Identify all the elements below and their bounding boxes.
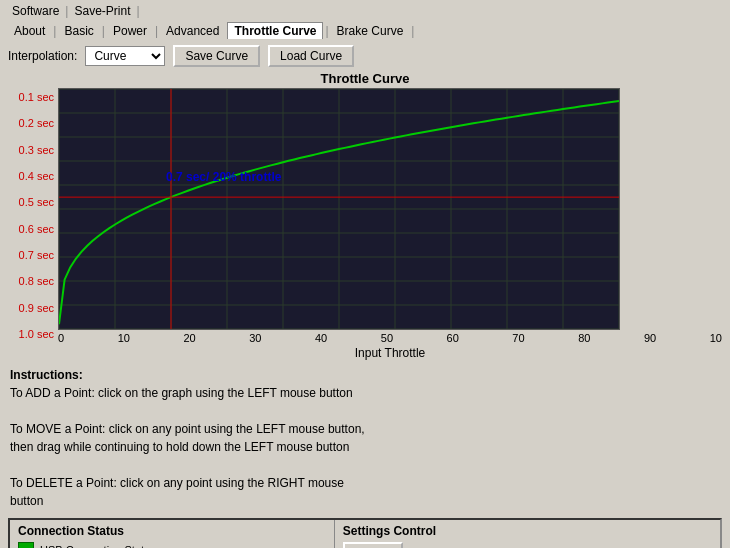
update-button[interactable]: Update [343,542,403,548]
connection-status-title: Connection Status [18,524,326,538]
y-label-5: 0.6 sec [8,224,58,235]
x-label-50: 50 [381,332,393,344]
x-label-10: 10 [118,332,130,344]
tab-about[interactable]: About [8,23,51,39]
x-label-90: 90 [644,332,656,344]
x-label-30: 30 [249,332,261,344]
chart-area: 1.0 sec 0.9 sec 0.8 sec 0.7 sec 0.6 sec … [8,88,722,360]
delete-point-instruction-1: To DELETE a Point: click on any point us… [10,476,344,490]
x-axis-title: Input Throttle [58,346,722,360]
instructions: Instructions: To ADD a Point: click on t… [0,360,730,514]
tab-advanced[interactable]: Advanced [160,23,225,39]
delete-point-instruction-2: button [10,494,43,508]
interpolation-select[interactable]: Curve Linear [85,46,165,66]
x-label-70: 70 [512,332,524,344]
move-point-instruction-2: then drag while continuing to hold down … [10,440,349,454]
x-label-40: 40 [315,332,327,344]
tab-basic[interactable]: Basic [58,23,99,39]
usb-status-label: USB Connection Status [40,544,156,548]
bottom-panel: Connection Status USB Connection Status … [8,518,722,548]
settings-control-title: Settings Control [343,524,712,538]
y-label-7: 0.4 sec [8,171,58,182]
menu-sep-1: | [65,4,68,18]
graph-wrapper[interactable]: 0.7 sec/ 20% throttle 0 10 20 30 40 50 6… [58,88,722,360]
move-point-instruction-1: To MOVE a Point: click on any point usin… [10,422,365,436]
x-label-80: 80 [578,332,590,344]
tab-bar: About | Basic | Power | Advanced Throttl… [0,20,730,41]
y-label-1: 1.0 sec [8,329,58,340]
y-axis-labels: 1.0 sec 0.9 sec 0.8 sec 0.7 sec 0.6 sec … [8,88,58,360]
x-label-100: 10 [710,332,722,344]
x-axis-labels: 0 10 20 30 40 50 60 70 80 90 10 [58,330,722,344]
update-row: Update Send Settings to Device [343,542,712,548]
controls-row: Interpolation: Curve Linear Save Curve L… [0,41,730,71]
menu-software[interactable]: Software [8,4,63,18]
usb-status-row: USB Connection Status [18,542,326,548]
menu-sep-2: | [137,4,140,18]
y-label-8: 0.3 sec [8,145,58,156]
tab-power[interactable]: Power [107,23,153,39]
chart-title: Throttle Curve [8,71,722,86]
throttle-chart-canvas[interactable] [58,88,620,330]
instructions-title: Instructions: [10,368,83,382]
y-label-6: 0.5 sec [8,197,58,208]
tab-throttle-curve[interactable]: Throttle Curve [227,22,323,39]
menu-bar: Software | Save-Print | [0,0,730,20]
save-curve-button[interactable]: Save Curve [173,45,260,67]
y-label-2: 0.9 sec [8,303,58,314]
menu-save-print[interactable]: Save-Print [70,4,134,18]
tab-brake-curve[interactable]: Brake Curve [331,23,410,39]
usb-status-indicator [18,542,34,548]
x-label-0: 0 [58,332,64,344]
x-label-60: 60 [447,332,459,344]
add-point-instruction: To ADD a Point: click on the graph using… [10,386,353,400]
y-label-3: 0.8 sec [8,276,58,287]
y-label-9: 0.2 sec [8,118,58,129]
settings-control: Settings Control Update Send Settings to… [335,520,720,548]
x-label-20: 20 [183,332,195,344]
y-label-10: 0.1 sec [8,92,58,103]
load-curve-button[interactable]: Load Curve [268,45,354,67]
interpolation-label: Interpolation: [8,49,77,63]
connection-status: Connection Status USB Connection Status … [10,520,335,548]
y-label-4: 0.7 sec [8,250,58,261]
chart-container: Throttle Curve 1.0 sec 0.9 sec 0.8 sec 0… [8,71,722,360]
